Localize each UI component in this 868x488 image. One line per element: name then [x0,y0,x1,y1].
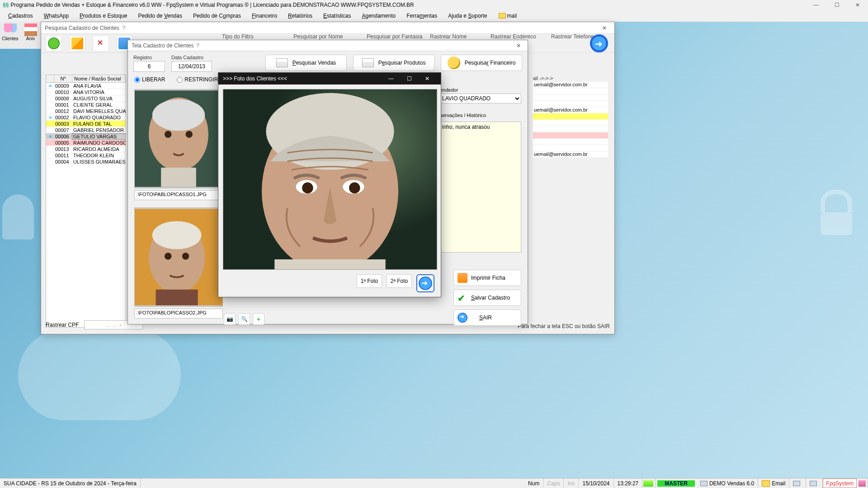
table-row[interactable]: ✉00009ANA FLAVIA [46,83,126,89]
menu-estatisticas[interactable]: Estatísticas [318,11,356,21]
foto-minimize[interactable]: — [382,75,400,82]
obs-label: servações / Histórico [440,113,521,118]
photo1-box [134,89,223,188]
svg-point-8 [152,221,202,249]
status-print[interactable] [789,479,806,488]
search-window-close[interactable]: ✕ [598,25,611,31]
menu-pedido-vendas[interactable]: Pedido de Vendas [133,11,188,21]
table-row[interactable]: 00005RAIMUNDO CARDOSO [46,140,126,146]
status-email[interactable]: Email [758,479,789,488]
menu-agendamento[interactable]: Agendamento [356,11,401,21]
table-row[interactable]: ✉00006GETULIO VARGAS [46,133,126,140]
svg-point-19 [349,183,360,194]
foto2-button[interactable]: 2ª Foto [387,274,412,288]
menu-mail[interactable]: mail [499,13,517,19]
svg-point-4 [186,131,193,138]
cadastro-help[interactable]: ? [193,42,202,49]
add-button[interactable] [46,35,62,52]
window-close[interactable]: ✕ [847,0,868,10]
delete-button[interactable] [93,35,109,52]
track-phone-label: Rastrear Telefone [551,33,594,40]
cadastro-close[interactable]: ✕ [513,42,524,49]
status-bar: SUA CIDADE - RS 15 de Outubro de 2024 - … [0,478,868,488]
status-people[interactable] [857,479,868,488]
email-cell [533,94,608,101]
menu-produtos[interactable]: Produtos e Estoque [74,11,132,21]
list-icon [362,58,374,67]
pesquisar-vendas-button[interactable]: Pesquisar Vendas [265,55,347,71]
table-row[interactable]: 00010ANA VITORIA [46,89,126,95]
imprimir-ficha-button[interactable]: Imprimir Ficha [453,270,521,286]
printer-icon [793,481,800,486]
sair-button[interactable]: SAIR [453,310,521,326]
track-cpf-label: Rastrear CPF [46,322,79,328]
table-row[interactable]: 00008AUGUSTO SILVA [46,95,126,102]
menu-bar: Cadastros WhatsApp Produtos e Estoque Pe… [0,10,868,22]
window-maximize[interactable]: ☐ [826,0,847,10]
email-cell [533,145,608,151]
foto-modal: >>> Foto dos Clientes <<< — ☐ ✕ [218,72,441,297]
foto1-button[interactable]: 1ª Foto [357,274,382,288]
plus-icon [48,38,60,49]
menu-pedido-compras[interactable]: Pedido de Compras [188,11,246,21]
foto-close[interactable]: ✕ [418,75,436,82]
svg-point-3 [165,131,172,138]
svg-rect-11 [156,290,198,305]
camera-button[interactable]: 📷 [224,313,236,325]
menu-ferramentas[interactable]: Ferramentas [401,11,443,21]
clients-grid[interactable]: Nº Nome / Razão Social ✉00009ANA FLAVIA0… [46,75,126,328]
go-arrow-button[interactable] [590,34,608,52]
toolbar-clientes[interactable]: Clientes [0,22,20,49]
check-icon [458,293,467,303]
photo1-path[interactable]: .\FOTO\PABLOPICASSO1.JPG [134,190,223,200]
search-fantasia-label: Pesquisar por Fantasia [367,33,422,40]
salvar-cadastro-button[interactable]: Salvar Cadastro [453,290,521,306]
observacoes-textarea[interactable]: inho, nunca atrasou [440,122,521,253]
menu-relatorios[interactable]: Relatórios [283,11,318,21]
toolbar-aniv[interactable]: Aniv [20,22,41,49]
foto-large [223,89,437,270]
vendedor-select[interactable]: LAVIO QUADRADO [440,94,521,103]
status-screen[interactable] [806,479,823,488]
delete-icon [95,38,107,49]
zoom-button[interactable]: 🔍 [238,313,250,325]
menu-financeiro[interactable]: Financeiro [246,11,283,21]
app-icon: §§ [3,2,9,8]
menu-whatsapp[interactable]: WhatsApp [38,11,74,21]
foto-maximize[interactable]: ☐ [400,75,418,82]
table-row[interactable]: 00001CLIENTE GERAL [46,102,126,108]
photo2-path[interactable]: .\FOTO\PABLOPICASSO2.JPG [134,309,223,319]
table-row[interactable]: 00012DAVI MEIRELLES QUADR [46,108,126,114]
table-row[interactable]: 00004ULISSES GUIMARAES [46,159,126,165]
table-row[interactable]: 00007GABRIEL PENSADOR [46,127,126,133]
table-row[interactable]: ✉00002FLAVIO QUADRADO [46,114,126,121]
liberar-radio[interactable]: LIBERAR [134,76,165,83]
foto-next-button[interactable] [416,274,434,292]
table-row[interactable]: 00011THEODOR KLEIN [46,152,126,159]
menu-ajuda[interactable]: Ajuda e Suporte [443,11,492,21]
status-brand[interactable]: FpqSystem [823,479,857,488]
edit-button[interactable] [69,35,85,52]
menu-cadastros[interactable]: Cadastros [3,11,38,21]
search-window-title: Pesquisa Cadastro de Clientes [45,25,119,31]
search-window-help[interactable]: ? [119,25,128,31]
mail-icon [499,13,506,19]
email-cell [533,132,608,139]
add-photo-button[interactable]: ＋ [253,313,264,325]
status-demo: DEMO Vendas 6.0 [697,479,758,488]
monitor-icon [700,481,708,486]
svg-rect-20 [274,259,385,269]
email-cell [533,126,608,132]
window-minimize[interactable]: — [806,0,826,10]
restringir-radio[interactable]: RESTRINGIR [177,76,218,83]
mail-icon [762,480,770,487]
people-icon [859,480,866,487]
email-cell [533,139,608,145]
pesquisar-produtos-button[interactable]: Pesquisar Produtos [353,55,434,71]
table-row[interactable]: 00003FULANO DE TAL [46,121,126,127]
email-cell [533,88,608,94]
pencil-icon [71,38,83,49]
title-bar: §§ Programa Pedido de Vendas + Estoque &… [0,0,868,10]
table-row[interactable]: 00013RICARDO ALMEIDA [46,146,126,152]
pesquisar-financeiro-button[interactable]: Pesquisar Financeiro [441,55,522,71]
